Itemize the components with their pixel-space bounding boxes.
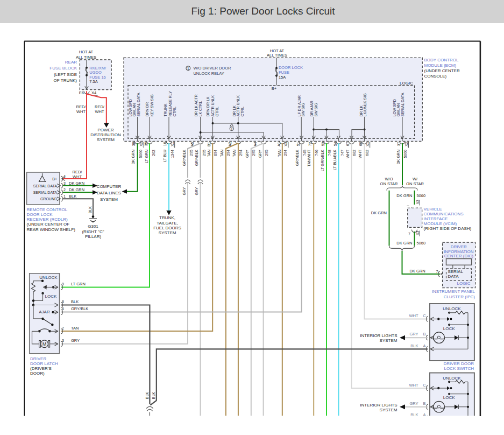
svg-text:GRY: GRY [195, 187, 198, 195]
svg-text:SERIAL DATA: SERIAL DATA [401, 93, 404, 117]
svg-text:CTRL: CTRL [173, 107, 176, 116]
svg-text:GRY: GRY [409, 401, 418, 406]
svg-text:WHT: WHT [95, 109, 104, 114]
svg-text:LOW SPD: LOW SPD [129, 99, 132, 116]
svg-text:POWER: POWER [97, 128, 113, 132]
svg-text:INTERFACE: INTERFACE [424, 216, 448, 221]
svg-text:UNLOCK RELAY: UNLOCK RELAY [193, 71, 224, 76]
svg-text:LK/UNLK SIG: LK/UNLK SIG [363, 93, 367, 116]
svg-text:DR LK: DR LK [232, 106, 236, 117]
svg-text:M: M [42, 341, 47, 347]
svg-text:WHT: WHT [73, 174, 82, 179]
svg-text:DK GRN: DK GRN [371, 211, 387, 215]
svg-text:746: 746 [315, 150, 318, 156]
svg-text:682: 682 [365, 150, 369, 156]
svg-text:REMOTE CONTROL: REMOTE CONTROL [27, 207, 68, 212]
svg-text:8: 8 [62, 300, 64, 304]
svg-text:294: 294 [239, 150, 243, 156]
svg-text:RED/: RED/ [76, 104, 87, 109]
svg-text:CTRL: CTRL [215, 107, 219, 116]
svg-text:DRV DR: DRV DR [145, 102, 149, 117]
svg-text:SERIAL DATA: SERIAL DATA [33, 191, 58, 194]
svg-text:GMLAN: GMLAN [396, 103, 400, 117]
svg-text:LOW SPD: LOW SPD [393, 99, 396, 116]
svg-text:PILLAR): PILLAR) [85, 234, 102, 239]
svg-text:3: 3 [63, 181, 66, 185]
svg-text:54: 54 [333, 142, 337, 146]
svg-text:DATA: DATA [448, 274, 459, 279]
svg-text:5060: 5060 [417, 241, 426, 245]
svg-text:7: 7 [408, 232, 410, 236]
svg-text:LOGIC: LOGIC [400, 81, 413, 86]
svg-text:MODULE (VCIM): MODULE (VCIM) [424, 221, 457, 226]
svg-text:INSTRUMENT PANEL: INSTRUMENT PANEL [432, 289, 475, 294]
svg-text:DK GRN: DK GRN [131, 150, 135, 164]
svg-text:5060: 5060 [403, 150, 407, 158]
svg-text:BLK: BLK [410, 343, 418, 348]
svg-text:295: 295 [252, 150, 255, 156]
svg-text:15A: 15A [279, 75, 286, 80]
svg-text:DRV DR LK: DRV DR LK [206, 96, 210, 117]
svg-text:X2: X2 [404, 142, 408, 146]
svg-text:GRY: GRY [245, 150, 249, 158]
svg-text:W/O: W/O [385, 177, 393, 181]
svg-text:682: 682 [352, 150, 356, 156]
svg-text:B+: B+ [272, 86, 277, 91]
svg-text:(LEFT SIDE: (LEFT SIDE [54, 72, 77, 77]
svg-text:E6: E6 [79, 90, 84, 95]
svg-text:BLK: BLK [145, 392, 149, 399]
svg-text:X1: X1 [171, 142, 174, 146]
svg-text:RED/: RED/ [95, 104, 105, 109]
svg-text:A1: A1 [277, 142, 281, 146]
svg-text:MODULE (BCM): MODULE (BCM) [424, 63, 457, 68]
svg-text:RED/: RED/ [73, 170, 83, 174]
svg-text:LT GRN/BLK: LT GRN/BLK [321, 150, 324, 172]
svg-text:748: 748 [328, 150, 331, 156]
svg-text:5060: 5060 [417, 193, 426, 198]
svg-text:W/: W/ [413, 177, 418, 181]
svg-text:(UNDER CENTER: (UNDER CENTER [424, 68, 460, 73]
svg-text:LT GRN: LT GRN [145, 150, 148, 163]
svg-text:DOOR LOCK: DOOR LOCK [279, 65, 303, 70]
svg-text:VEHICLE: VEHICLE [424, 207, 442, 212]
svg-text:WHT: WHT [409, 313, 418, 318]
svg-text:B1: B1 [207, 142, 211, 146]
svg-text:294: 294 [283, 150, 287, 156]
svg-text:TAN: TAN [71, 326, 79, 331]
svg-text:TAN: TAN [220, 150, 224, 157]
svg-text:WHT: WHT [358, 149, 362, 158]
svg-text:SYSTEM: SYSTEM [380, 338, 397, 343]
svg-text:X2: X2 [139, 142, 143, 146]
svg-text:1: 1 [187, 67, 189, 71]
svg-text:COMPUTER: COMPUTER [97, 184, 122, 189]
svg-text:AJAR: AJAR [39, 310, 50, 314]
svg-text:X3: X3 [284, 142, 288, 146]
svg-text:INTERIOR LIGHTS: INTERIOR LIGHTS [360, 403, 397, 408]
svg-text:BLK: BLK [69, 194, 76, 199]
svg-text:72: 72 [308, 142, 312, 146]
svg-text:FUSE: FUSE [279, 70, 289, 75]
svg-text:OF TRUNK): OF TRUNK) [54, 78, 77, 83]
svg-text:COMMUNICATIONS: COMMUNICATIONS [424, 212, 464, 216]
svg-text:CONSOLE): CONSOLE) [424, 74, 447, 79]
svg-text:CLUSTER (IPC): CLUSTER (IPC) [444, 294, 475, 299]
svg-text:3: 3 [62, 339, 64, 342]
svg-text:7.5A: 7.5A [89, 79, 97, 84]
svg-text:BODY CONTROL: BODY CONTROL [424, 58, 459, 62]
svg-text:SYSTEM: SYSTEM [159, 230, 176, 235]
svg-text:UNLOCK: UNLOCK [443, 306, 461, 311]
svg-text:UNLOCK: UNLOCK [443, 376, 461, 381]
svg-text:REAR WINDOW SHELF): REAR WINDOW SHELF) [27, 227, 76, 232]
svg-text:DK GRN: DK GRN [396, 150, 400, 164]
svg-text:(UNDER CENTER OF: (UNDER CENTER OF [27, 222, 70, 227]
svg-text:G301: G301 [88, 224, 98, 229]
svg-text:GRY/BLK: GRY/BLK [182, 150, 186, 166]
svg-text:2: 2 [63, 188, 66, 192]
svg-text:DK GRN: DK GRN [396, 193, 412, 198]
svg-text:KEY SW SIG: KEY SW SIG [150, 94, 154, 116]
svg-text:38: 38 [132, 142, 136, 146]
svg-text:295: 295 [265, 150, 268, 156]
svg-text:DISTRIBUTION: DISTRIBUTION [90, 132, 121, 137]
svg-text:1: 1 [231, 127, 233, 131]
svg-text:SERIAL DATA: SERIAL DATA [33, 184, 58, 188]
